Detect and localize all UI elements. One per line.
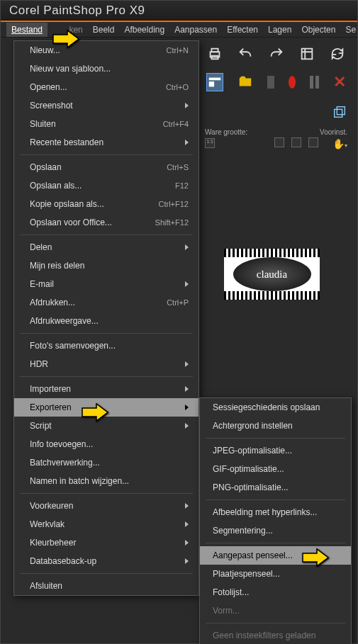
submenu-no-plugins: Geen insteekfilters geladen	[200, 626, 351, 644]
menu-color-mgmt[interactable]: Kleurbeheer	[14, 533, 198, 552]
menu-aanpassen[interactable]: Aanpassen	[169, 23, 222, 37]
menu-share[interactable]: Delen	[14, 238, 198, 256]
menu-import[interactable]: Importeren	[14, 380, 198, 398]
layout-icon[interactable]	[206, 73, 223, 91]
menu-recent[interactable]: Recente bestanden	[14, 133, 198, 152]
menu-share-trip[interactable]: Mijn reis delen	[14, 256, 198, 275]
grid-icon-3[interactable]	[308, 137, 318, 147]
close-x-icon[interactable]: ✕	[333, 73, 346, 91]
submenu-photo-list[interactable]: Fotolijst...	[200, 583, 351, 601]
menu-print[interactable]: Afdrukken...Ctrl+P	[14, 293, 198, 312]
logo-preview: claudia	[224, 249, 320, 300]
svg-rect-3	[302, 49, 313, 60]
menu-bestand[interactable]: Bestand	[6, 23, 47, 37]
menu-screenshot[interactable]: Screenshot	[14, 96, 198, 115]
grid-icon-2[interactable]	[291, 137, 301, 147]
file-menu-dropdown: Nieuw...Ctrl+N Nieuw van sjabloon... Ope…	[13, 40, 199, 596]
menu-open[interactable]: Openen...Ctrl+O	[14, 78, 198, 96]
submenu-picture-brush[interactable]: Plaatjespenseel...	[200, 565, 351, 583]
menu-workspace[interactable]: Werkvlak	[14, 515, 198, 533]
svg-rect-5	[209, 81, 214, 86]
menu-merge[interactable]: Foto's samenvoegen...	[14, 337, 198, 355]
scale-1to1[interactable]: 1:1	[205, 138, 215, 148]
svg-rect-7	[337, 107, 345, 115]
refresh-icon[interactable]	[330, 45, 346, 63]
print-icon[interactable]	[206, 45, 223, 63]
menu-new[interactable]: Nieuw...Ctrl+N	[14, 41, 198, 60]
menu-save-office[interactable]: Opslaan voor Office...Shift+F12	[14, 213, 198, 232]
submenu-hyperlinks[interactable]: Afbeelding met hyperlinks...	[200, 503, 351, 521]
menu-save[interactable]: OpslaanCtrl+S	[14, 158, 198, 176]
menu-bewerken[interactable]: ken	[47, 23, 88, 37]
export-submenu: Sessiegeschiedenis opslaan Achtergrond i…	[199, 397, 352, 644]
menu-hdr[interactable]: HDR	[14, 355, 198, 373]
menu-batch[interactable]: Batchverwerking...	[14, 453, 198, 472]
stack-icon[interactable]	[330, 103, 349, 121]
menu-beeld[interactable]: Beeld	[88, 23, 120, 37]
svg-rect-6	[335, 109, 342, 117]
logo-text: claudia	[233, 257, 311, 291]
properties-bar: Ware grootte: 1:1 Voorinst. ✋▾	[199, 125, 353, 151]
submenu-gif[interactable]: GIF-optimalisatie...	[200, 460, 351, 478]
submenu-png[interactable]: PNG-optimalisatie...	[200, 478, 351, 497]
menu-copy-save[interactable]: Kopie opslaan als...Ctrl+F12	[14, 195, 198, 213]
menu-save-as[interactable]: Opslaan als...F12	[14, 176, 198, 195]
menu-script[interactable]: Script	[14, 417, 198, 435]
svg-rect-1	[211, 49, 218, 52]
menu-export[interactable]: Exporteren	[14, 398, 198, 417]
menu-rename-batch[interactable]: Namen in batch wijzigen...	[14, 472, 198, 490]
menu-objecten[interactable]: Objecten	[296, 23, 340, 37]
record-icon[interactable]	[289, 76, 296, 89]
submenu-session[interactable]: Sessiegeschiedenis opslaan	[200, 398, 351, 417]
redo-icon[interactable]	[268, 45, 284, 63]
menu-close[interactable]: SluitenCtrl+F4	[14, 115, 198, 133]
menu-info[interactable]: Info toevoegen...	[14, 435, 198, 453]
menu-afbeelding[interactable]: Afbeelding	[119, 23, 169, 37]
menu-email[interactable]: E-mail	[14, 275, 198, 293]
svg-rect-4	[209, 78, 221, 81]
menu-exit[interactable]: Afsluiten	[14, 577, 198, 595]
ware-grootte-label: Ware grootte:	[205, 128, 247, 136]
menu-lagen[interactable]: Lagen	[263, 23, 296, 37]
submenu-segment[interactable]: Segmentering...	[200, 521, 351, 540]
voorinst-label: Voorinst.	[320, 128, 347, 136]
submenu-custom-brush[interactable]: Aangepast penseel...	[200, 546, 351, 565]
menubar: Bestand ken Beeld Afbeelding Aanpassen E…	[1, 22, 357, 38]
submenu-jpeg[interactable]: JPEG-optimalisatie...	[200, 441, 351, 460]
grid-icon-1[interactable]	[274, 137, 284, 147]
submenu-shape: Vorm...	[200, 601, 351, 620]
folder-icon[interactable]	[237, 73, 253, 91]
menu-print-preview[interactable]: Afdrukweergave...	[14, 312, 198, 330]
hand-icon[interactable]: ✋▾	[320, 138, 347, 149]
stop-icon[interactable]	[267, 76, 274, 89]
menu-prefs[interactable]: Voorkeuren	[14, 497, 198, 515]
undo-icon[interactable]	[237, 45, 253, 63]
window-titlebar: Corel PaintShop Pro X9	[1, 1, 357, 21]
pause-icon[interactable]	[310, 76, 319, 89]
resize-icon[interactable]	[298, 45, 315, 63]
menu-effecten[interactable]: Effecten	[222, 23, 263, 37]
menu-db-backup[interactable]: Databaseback-up	[14, 552, 198, 570]
menu-new-template[interactable]: Nieuw van sjabloon...	[14, 60, 198, 78]
menu-selecties[interactable]: Se	[340, 23, 358, 37]
window-title: Corel PaintShop Pro X9	[9, 4, 145, 17]
submenu-background[interactable]: Achtergrond instellen	[200, 417, 351, 435]
